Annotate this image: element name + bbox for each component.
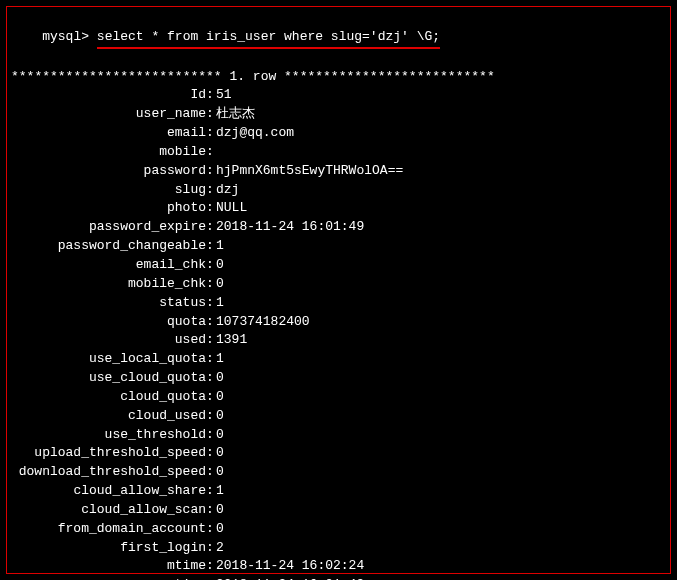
field-label: first_login bbox=[11, 539, 206, 558]
field-value: 107374182400 bbox=[216, 313, 666, 332]
result-row: used: 1391 bbox=[11, 331, 666, 350]
colon: : bbox=[206, 331, 216, 350]
result-row: cloud_allow_share: 1 bbox=[11, 482, 666, 501]
result-row: password_expire: 2018-11-24 16:01:49 bbox=[11, 218, 666, 237]
result-row: mobile: bbox=[11, 143, 666, 162]
result-row: Id: 51 bbox=[11, 86, 666, 105]
field-value: NULL bbox=[216, 199, 666, 218]
colon: : bbox=[206, 557, 216, 576]
colon: : bbox=[206, 162, 216, 181]
field-label: user_name bbox=[11, 105, 206, 124]
field-label: ctime bbox=[11, 576, 206, 580]
colon: : bbox=[206, 407, 216, 426]
field-value: 2018-11-24 16:01:49 bbox=[216, 576, 666, 580]
command-line[interactable]: mysql> select * from iris_user where slu… bbox=[11, 9, 666, 68]
field-label: cloud_quota bbox=[11, 388, 206, 407]
colon: : bbox=[206, 350, 216, 369]
result-row: slug: dzj bbox=[11, 181, 666, 200]
field-label: mobile_chk bbox=[11, 275, 206, 294]
field-label: cloud_used bbox=[11, 407, 206, 426]
field-label: cloud_allow_scan bbox=[11, 501, 206, 520]
field-label: password bbox=[11, 162, 206, 181]
field-label: download_threshold_speed bbox=[11, 463, 206, 482]
field-label: from_domain_account bbox=[11, 520, 206, 539]
field-value: 2018-11-24 16:02:24 bbox=[216, 557, 666, 576]
field-value: 2018-11-24 16:01:49 bbox=[216, 218, 666, 237]
colon: : bbox=[206, 143, 216, 162]
result-row: first_login: 2 bbox=[11, 539, 666, 558]
result-row: cloud_used: 0 bbox=[11, 407, 666, 426]
field-value: 1 bbox=[216, 482, 666, 501]
field-value: dzj bbox=[216, 181, 666, 200]
result-row: email_chk: 0 bbox=[11, 256, 666, 275]
field-label: email_chk bbox=[11, 256, 206, 275]
field-label: Id bbox=[11, 86, 206, 105]
field-value: 0 bbox=[216, 275, 666, 294]
field-label: photo bbox=[11, 199, 206, 218]
field-value: 0 bbox=[216, 426, 666, 445]
field-label: status bbox=[11, 294, 206, 313]
colon: : bbox=[206, 520, 216, 539]
field-label: slug bbox=[11, 181, 206, 200]
field-value: 杜志杰 bbox=[216, 105, 666, 124]
field-label: upload_threshold_speed bbox=[11, 444, 206, 463]
result-row: password_changeable: 1 bbox=[11, 237, 666, 256]
field-value: 0 bbox=[216, 388, 666, 407]
field-value: 0 bbox=[216, 463, 666, 482]
colon: : bbox=[206, 181, 216, 200]
colon: : bbox=[206, 463, 216, 482]
field-label: used bbox=[11, 331, 206, 350]
colon: : bbox=[206, 294, 216, 313]
colon: : bbox=[206, 313, 216, 332]
result-row: mtime: 2018-11-24 16:02:24 bbox=[11, 557, 666, 576]
row-separator: *************************** 1. row *****… bbox=[11, 68, 666, 87]
field-value: 1 bbox=[216, 294, 666, 313]
field-label: cloud_allow_share bbox=[11, 482, 206, 501]
result-row: use_threshold: 0 bbox=[11, 426, 666, 445]
colon: : bbox=[206, 124, 216, 143]
colon: : bbox=[206, 218, 216, 237]
field-value: dzj@qq.com bbox=[216, 124, 666, 143]
result-row: photo: NULL bbox=[11, 199, 666, 218]
sql-command: select * from iris_user where slug='dzj'… bbox=[97, 28, 440, 49]
field-value: 2 bbox=[216, 539, 666, 558]
field-label: mtime bbox=[11, 557, 206, 576]
field-value: 1 bbox=[216, 350, 666, 369]
field-label: mobile bbox=[11, 143, 206, 162]
field-value: 1 bbox=[216, 237, 666, 256]
colon: : bbox=[206, 501, 216, 520]
field-label: use_local_quota bbox=[11, 350, 206, 369]
colon: : bbox=[206, 482, 216, 501]
colon: : bbox=[206, 388, 216, 407]
field-value: hjPmnX6mt5sEwyTHRWolOA== bbox=[216, 162, 666, 181]
field-value bbox=[216, 143, 666, 162]
colon: : bbox=[206, 369, 216, 388]
result-row: download_threshold_speed: 0 bbox=[11, 463, 666, 482]
result-row: quota: 107374182400 bbox=[11, 313, 666, 332]
result-row: cloud_allow_scan: 0 bbox=[11, 501, 666, 520]
colon: : bbox=[206, 444, 216, 463]
result-row: password: hjPmnX6mt5sEwyTHRWolOA== bbox=[11, 162, 666, 181]
field-value: 0 bbox=[216, 256, 666, 275]
terminal-output: mysql> select * from iris_user where slu… bbox=[6, 6, 671, 574]
result-rows: Id: 51user_name: 杜志杰email: dzj@qq.commob… bbox=[11, 86, 666, 580]
mysql-prompt: mysql> bbox=[42, 29, 97, 44]
result-row: upload_threshold_speed: 0 bbox=[11, 444, 666, 463]
result-row: from_domain_account: 0 bbox=[11, 520, 666, 539]
colon: : bbox=[206, 275, 216, 294]
colon: : bbox=[206, 576, 216, 580]
result-row: status: 1 bbox=[11, 294, 666, 313]
field-value: 0 bbox=[216, 501, 666, 520]
field-label: use_threshold bbox=[11, 426, 206, 445]
result-row: use_cloud_quota: 0 bbox=[11, 369, 666, 388]
result-row: ctime: 2018-11-24 16:01:49 bbox=[11, 576, 666, 580]
field-value: 0 bbox=[216, 407, 666, 426]
field-value: 0 bbox=[216, 520, 666, 539]
colon: : bbox=[206, 105, 216, 124]
colon: : bbox=[206, 539, 216, 558]
field-value: 1391 bbox=[216, 331, 666, 350]
colon: : bbox=[206, 86, 216, 105]
field-label: password_changeable bbox=[11, 237, 206, 256]
result-row: email: dzj@qq.com bbox=[11, 124, 666, 143]
result-row: mobile_chk: 0 bbox=[11, 275, 666, 294]
